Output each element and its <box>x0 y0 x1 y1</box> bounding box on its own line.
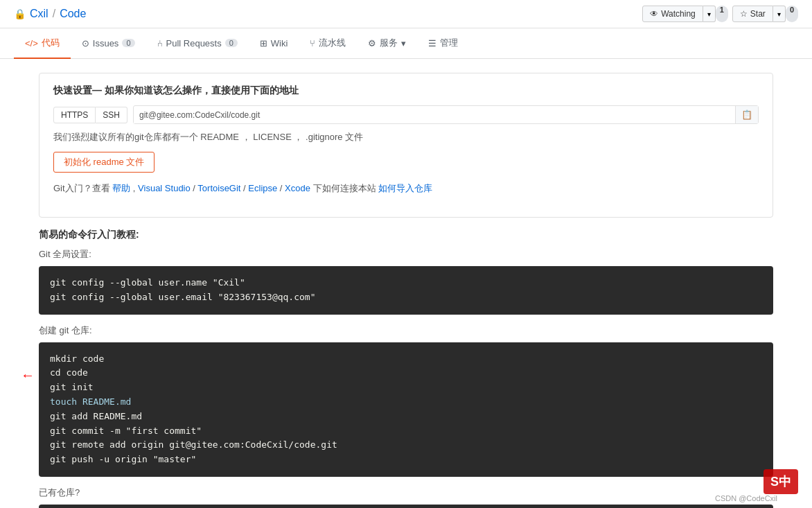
pipeline-icon: ⑂ <box>310 38 315 49</box>
repo-name-link[interactable]: Code <box>60 8 86 20</box>
repo-title: 🔒 Cxil / Code <box>14 8 86 20</box>
star-dropdown[interactable]: ▾ <box>773 6 786 22</box>
code-icon: </> <box>25 38 38 49</box>
existing-repo-label: 已有仓库? <box>39 487 773 499</box>
lock-icon: 🔒 <box>14 8 26 19</box>
touch-md-line: touch README.md <box>50 396 131 407</box>
tab-pipeline[interactable]: ⑂ 流水线 <box>299 28 357 59</box>
star-icon: ☆ <box>740 9 748 19</box>
recommendation-text: 我们强烈建议所有的git仓库都有一个 README ， LICENSE ， .g… <box>53 131 759 143</box>
star-button[interactable]: ☆ Star <box>732 6 773 22</box>
tab-wiki-label: Wiki <box>271 38 288 49</box>
services-dropdown-icon: ▾ <box>401 38 406 49</box>
watch-button[interactable]: 👁 Watching <box>642 6 703 22</box>
star-count: 0 <box>786 6 798 22</box>
tab-code[interactable]: </> 代码 <box>14 28 71 59</box>
issues-icon: ⊙ <box>82 38 89 49</box>
tutorial-title: 简易的命令行入门教程: <box>39 229 773 241</box>
admin-icon: ☰ <box>428 38 436 49</box>
protocol-toggle: HTTPS SSH 📋 <box>53 105 759 124</box>
tortoisegit-link[interactable]: TortoiseGit <box>197 183 240 193</box>
quick-setup-box: 快速设置— 如果你知道该怎么操作，直接使用下面的地址 HTTPS SSH 📋 我… <box>39 73 773 218</box>
tab-pr-label: Pull Requests <box>166 38 222 49</box>
csdn-label: S中 <box>770 475 791 489</box>
watch-count: 1 <box>716 6 728 22</box>
star-group: ☆ Star ▾ 0 <box>732 6 798 22</box>
nav-tabs: </> 代码 ⊙ Issues 0 ⑃ Pull Requests 0 ⊞ Wi… <box>0 28 812 59</box>
create-repo-label: 创建 git 仓库: <box>39 324 773 337</box>
csdn-watermark: S中 <box>764 469 798 494</box>
watch-group: 👁 Watching ▾ 1 <box>642 6 728 22</box>
tab-services-label: 服务 <box>380 37 398 49</box>
services-icon: ⚙ <box>368 38 376 49</box>
csdn-bottom-label: CSDN @CodeCxil <box>715 494 777 502</box>
ssh-btn[interactable]: SSH <box>96 107 127 123</box>
watch-dropdown[interactable]: ▾ <box>703 6 716 22</box>
recommendation-label: 我们强烈建议所有的git仓库都有一个 README ， LICENSE ， .g… <box>53 132 363 142</box>
tab-pullrequests[interactable]: ⑃ Pull Requests 0 <box>146 28 249 59</box>
top-bar: 🔒 Cxil / Code 👁 Watching ▾ 1 ☆ Star ▾ 0 <box>0 0 812 28</box>
tab-admin[interactable]: ☰ 管理 <box>417 28 469 59</box>
repo-owner-link[interactable]: Cxil <box>30 8 48 20</box>
wiki-icon: ⊞ <box>260 38 267 49</box>
tab-admin-label: 管理 <box>440 37 458 49</box>
git-url-input[interactable] <box>134 107 735 123</box>
create-repo-code: mkdir code cd code git init touch README… <box>39 342 773 477</box>
tab-issues-label: Issues <box>93 38 119 49</box>
init-readme-button[interactable]: 初始化 readme 文件 <box>53 152 155 173</box>
pr-badge: 0 <box>225 39 238 47</box>
quick-setup-title: 快速设置— 如果你知道该怎么操作，直接使用下面的地址 <box>53 85 759 97</box>
star-label: Star <box>750 9 766 19</box>
tab-code-label: 代码 <box>42 37 60 49</box>
import-repo-link[interactable]: 如何导入仓库 <box>378 183 432 193</box>
global-setup-label: Git 全局设置: <box>39 248 773 261</box>
visual-studio-link[interactable]: Visual Studio <box>138 183 191 193</box>
pr-icon: ⑃ <box>157 38 163 49</box>
existing-repo-code: cd existing_git_repo git remote add orig… <box>39 505 773 508</box>
copy-url-button[interactable]: 📋 <box>735 106 758 123</box>
eclipse-link[interactable]: Eclipse <box>248 183 277 193</box>
arrow-indicator: ← <box>21 367 35 383</box>
issues-badge: 0 <box>122 39 134 47</box>
global-setup-code: git config --global user.name "Cxil" git… <box>39 266 773 315</box>
help-link[interactable]: 帮助 <box>112 183 130 193</box>
watch-label: Watching <box>661 9 696 19</box>
help-text: Git入门？查看 帮助 , Visual Studio / TortoiseGi… <box>53 182 759 195</box>
https-btn[interactable]: HTTPS <box>53 107 96 123</box>
main-content: 快速设置— 如果你知道该怎么操作，直接使用下面的地址 HTTPS SSH 📋 我… <box>25 59 787 508</box>
tab-wiki[interactable]: ⊞ Wiki <box>249 28 299 59</box>
eye-icon: 👁 <box>650 9 658 19</box>
tab-issues[interactable]: ⊙ Issues 0 <box>71 28 146 59</box>
git-url-group: 📋 <box>133 105 759 124</box>
tab-pipeline-label: 流水线 <box>319 37 346 49</box>
xcode-link[interactable]: Xcode <box>285 183 310 193</box>
top-actions: 👁 Watching ▾ 1 ☆ Star ▾ 0 <box>642 6 798 22</box>
tab-services[interactable]: ⚙ 服务 ▾ <box>357 28 417 59</box>
repo-separator: / <box>53 8 55 20</box>
